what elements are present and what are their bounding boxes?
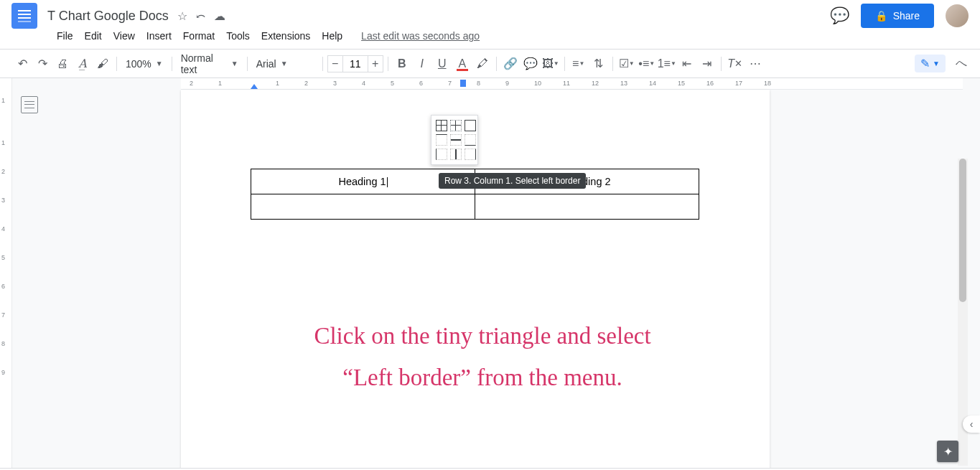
border-vertical-icon[interactable] [450, 149, 462, 160]
menu-format[interactable]: Format [178, 27, 220, 44]
font-size-decrease[interactable]: − [327, 55, 343, 72]
border-outer-icon[interactable] [465, 120, 476, 131]
move-icon[interactable]: ⤺ [196, 9, 205, 23]
insert-image-button[interactable]: 🖼▼ [541, 55, 560, 73]
more-tools-button[interactable]: ⋯ [746, 55, 765, 73]
document-page[interactable]: Row 3. Column 1. Select left border Head… [181, 90, 770, 468]
menu-bar: File Edit View Insert Format Tools Exten… [0, 26, 980, 49]
numbered-list-button[interactable]: 1≡▼ [658, 55, 676, 73]
cloud-status-icon[interactable]: ☁ [214, 9, 225, 23]
table-row[interactable] [251, 194, 699, 220]
bulleted-list-button[interactable]: •≡▼ [638, 55, 656, 73]
style-select[interactable]: Normal text▼ [177, 55, 243, 73]
font-select[interactable]: Arial▼ [252, 55, 318, 73]
share-label: Share [893, 10, 920, 22]
border-all-icon[interactable] [436, 120, 447, 131]
instruction-annotation: Click on the tiny triangle and select “L… [238, 316, 727, 399]
side-panel-expand-button[interactable]: ‹ [963, 415, 980, 433]
menu-tools[interactable]: Tools [221, 27, 255, 44]
italic-button[interactable]: I [413, 55, 431, 73]
document-title[interactable]: T Chart Google Docs [43, 7, 173, 25]
table-cell[interactable] [475, 194, 699, 220]
collapse-toolbar-button[interactable]: へ [956, 56, 967, 71]
pencil-icon: ✎ [920, 57, 930, 70]
border-bottom-icon[interactable] [465, 134, 476, 146]
explore-button[interactable]: ✦ [937, 441, 958, 462]
align-button[interactable]: ≡▼ [569, 55, 588, 73]
border-inner-icon[interactable] [450, 120, 462, 131]
clear-formatting-button[interactable]: T✕ [726, 55, 745, 73]
border-horizontal-icon[interactable] [450, 134, 462, 146]
line-spacing-button[interactable]: ⇅ [589, 55, 608, 73]
editing-mode-button[interactable]: ✎ ▼ [915, 55, 946, 72]
table-cell[interactable] [251, 194, 475, 220]
font-size-input[interactable] [343, 55, 368, 72]
border-right-icon[interactable] [465, 149, 476, 160]
highlight-button[interactable]: 🖍 [473, 55, 492, 73]
document-outline-button[interactable] [21, 96, 38, 113]
border-top-icon[interactable] [436, 134, 447, 146]
account-avatar[interactable] [946, 4, 969, 27]
chevron-down-icon: ▼ [933, 60, 940, 67]
toolbar: ↶ ↷ 🖨 A̲ 🖌 100%▼ Normal text▼ Arial▼ − +… [0, 50, 980, 78]
menu-edit[interactable]: Edit [80, 27, 107, 44]
border-tooltip: Row 3. Column 1. Select left border [439, 173, 586, 189]
horizontal-ruler: 2 1 1 2 3 4 5 6 7 8 9 10 11 12 13 14 15 … [181, 78, 963, 90]
paint-format-button[interactable]: 🖌 [93, 55, 112, 73]
increase-indent-button[interactable]: ⇥ [698, 55, 717, 73]
comments-icon[interactable]: 💬 [830, 6, 849, 25]
vertical-ruler: 1 1 2 3 4 5 6 7 8 9 [0, 78, 12, 468]
menu-file[interactable]: File [52, 27, 78, 44]
border-left-icon[interactable] [436, 149, 447, 160]
spellcheck-button[interactable]: A̲ [73, 55, 92, 73]
insert-comment-button[interactable]: 💬 [521, 55, 540, 73]
zoom-select[interactable]: 100%▼ [121, 55, 167, 73]
font-size-increase[interactable]: + [368, 55, 383, 72]
undo-button[interactable]: ↶ [13, 55, 32, 73]
border-selection-popup [431, 115, 478, 165]
menu-help[interactable]: Help [317, 27, 347, 44]
lock-icon: 🔒 [875, 10, 887, 22]
underline-button[interactable]: U [433, 55, 452, 73]
print-button[interactable]: 🖨 [53, 55, 72, 73]
menu-view[interactable]: View [108, 27, 140, 44]
decrease-indent-button[interactable]: ⇤ [678, 55, 696, 73]
scrollbar-thumb[interactable] [959, 159, 966, 302]
share-button[interactable]: 🔒 Share [861, 4, 934, 28]
docs-home-icon[interactable] [11, 3, 37, 29]
checklist-button[interactable]: ☑▼ [617, 55, 636, 73]
star-icon[interactable]: ☆ [177, 9, 187, 23]
bold-button[interactable]: B [393, 55, 411, 73]
last-edit-link[interactable]: Last edit was seconds ago [356, 27, 485, 44]
insert-link-button[interactable]: 🔗 [501, 55, 520, 73]
text-color-button[interactable]: A [453, 55, 472, 73]
redo-button[interactable]: ↷ [33, 55, 52, 73]
menu-extensions[interactable]: Extensions [256, 27, 315, 44]
menu-insert[interactable]: Insert [141, 27, 177, 44]
